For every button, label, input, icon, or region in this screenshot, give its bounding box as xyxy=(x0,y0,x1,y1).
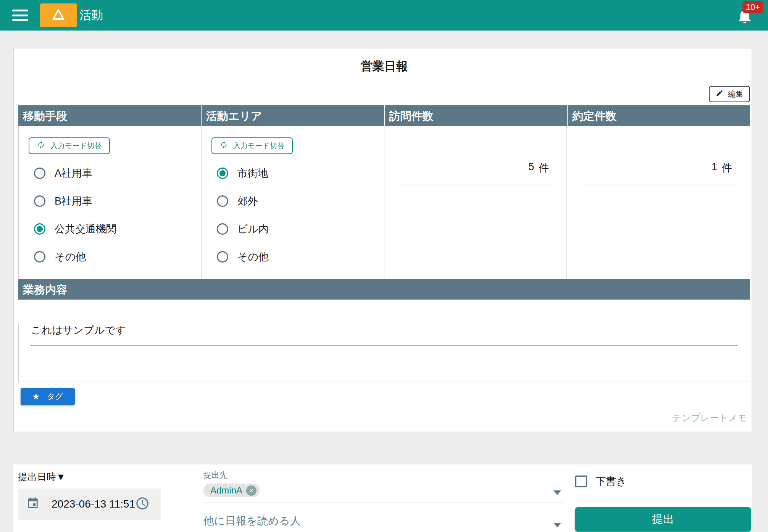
calendar-icon xyxy=(26,497,39,511)
tag-button-label: タグ xyxy=(47,391,63,402)
work-content-input[interactable]: これはサンプルです xyxy=(30,323,738,346)
submit-datetime-label[interactable]: 提出日時▼ xyxy=(18,471,161,483)
draft-checkbox[interactable] xyxy=(575,476,587,487)
radio-checked-icon xyxy=(217,168,228,179)
recipient-chip: AdminA xyxy=(203,484,260,497)
datetime-picker[interactable]: 2023-06-13 11:51 xyxy=(18,488,161,520)
radio-option-suburb[interactable]: 郊外 xyxy=(217,194,384,208)
notification-badge: 10+ xyxy=(742,1,763,13)
agreements-count-value: 1 xyxy=(712,161,717,175)
app-bar: 活動 10+ xyxy=(0,0,768,31)
radio-icon xyxy=(217,195,228,207)
report-table-header: 移動手段 活動エリア 訪問件数 約定件数 xyxy=(18,105,750,126)
visits-count-input[interactable]: 5 件 xyxy=(396,161,555,184)
submit-footer: 提出日時▼ 2023-06-13 11:51 現在の時刻 提出先 AdminA xyxy=(13,464,752,532)
caret-down-icon[interactable] xyxy=(553,490,561,495)
readers-placeholder: 他に日報を読める人 xyxy=(203,515,301,527)
radio-icon xyxy=(34,195,45,207)
star-icon: ★ xyxy=(32,392,40,401)
edit-button-label: 編集 xyxy=(728,89,743,99)
submit-to-select[interactable]: AdminA xyxy=(203,480,564,503)
autorenew-icon xyxy=(220,141,228,151)
autorenew-icon xyxy=(37,141,45,151)
submit-to-label: 提出先 xyxy=(203,470,564,480)
input-mode-toggle-button[interactable]: 入力モード切替 xyxy=(211,137,293,154)
template-memo-label: テンプレートメモ xyxy=(18,412,750,424)
agreements-count-unit: 件 xyxy=(722,161,732,175)
datetime-value: 2023-06-13 11:51 xyxy=(52,498,135,510)
app-title: 活動 xyxy=(79,7,103,23)
caret-down-icon[interactable] xyxy=(553,523,561,527)
visits-cell: 5 件 xyxy=(384,126,567,278)
radio-option-urban[interactable]: 市街地 xyxy=(217,166,384,180)
agreements-cell: 1 件 xyxy=(567,126,750,278)
recipient-chip-label: AdminA xyxy=(210,485,242,496)
tag-button[interactable]: ★ タグ xyxy=(21,388,75,405)
radio-option-public-transport[interactable]: 公共交通機関 xyxy=(34,222,201,236)
draft-label: 下書き xyxy=(595,474,627,488)
radio-icon xyxy=(217,251,228,263)
column-header-visits: 訪問件数 xyxy=(385,105,567,126)
clock-icon xyxy=(135,496,150,512)
radio-option-transport-other[interactable]: その他 xyxy=(34,250,201,264)
edit-button[interactable]: 編集 xyxy=(709,86,750,102)
triangle-icon xyxy=(51,8,66,23)
radio-option-area-other[interactable]: その他 xyxy=(217,250,384,264)
work-section-body: これはサンプルです xyxy=(18,323,750,382)
column-header-transport: 移動手段 xyxy=(18,105,201,126)
visits-count-unit: 件 xyxy=(539,161,549,175)
radio-checked-icon xyxy=(34,223,45,235)
report-table-body: 入力モード切替 A社用車 B社用車 公共交通機関 その他 xyxy=(18,126,750,278)
notifications-button[interactable]: 10+ xyxy=(736,7,753,27)
radio-option-company-car-a[interactable]: A社用車 xyxy=(34,166,201,180)
readers-select[interactable]: 他に日報を読める人 xyxy=(203,514,564,532)
report-card: 営業日報 編集 移動手段 活動エリア 訪問件数 約定件数 入力モード切替 xyxy=(13,48,752,432)
column-header-area: 活動エリア xyxy=(202,105,384,126)
app-logo xyxy=(40,3,77,27)
input-mode-toggle-label: 入力モード切替 xyxy=(233,141,284,151)
column-header-agreements: 約定件数 xyxy=(568,105,750,126)
radio-option-in-building[interactable]: ビル内 xyxy=(217,222,384,236)
radio-icon xyxy=(34,168,45,179)
area-cell: 入力モード切替 市街地 郊外 ビル内 その他 xyxy=(202,126,384,278)
draft-toggle[interactable]: 下書き xyxy=(575,474,751,488)
radio-icon xyxy=(217,223,228,235)
menu-icon[interactable] xyxy=(12,10,28,21)
input-mode-toggle-button[interactable]: 入力モード切替 xyxy=(29,137,110,154)
pencil-icon xyxy=(716,89,723,99)
transport-cell: 入力モード切替 A社用車 B社用車 公共交通機関 その他 xyxy=(19,126,202,278)
page-title: 営業日報 xyxy=(18,58,750,74)
input-mode-toggle-label: 入力モード切替 xyxy=(50,141,102,151)
bell-icon xyxy=(736,19,753,26)
chip-close-icon[interactable] xyxy=(246,485,257,496)
agreements-count-input[interactable]: 1 件 xyxy=(578,161,738,184)
submit-button[interactable]: 提出 xyxy=(575,507,751,532)
visits-count-value: 5 xyxy=(528,161,534,175)
radio-option-company-car-b[interactable]: B社用車 xyxy=(34,194,201,208)
radio-icon xyxy=(34,251,45,263)
work-section-header: 業務内容 xyxy=(18,279,750,300)
